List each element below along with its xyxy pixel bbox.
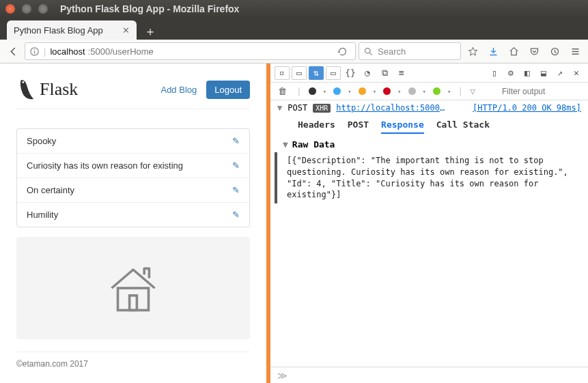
console-prompt[interactable]: ≫ <box>270 367 588 383</box>
svg-rect-8 <box>130 296 137 311</box>
tab-close-icon[interactable]: ✕ <box>122 25 130 36</box>
posts-list: Spooky ✎ Curiosity has its own reason fo… <box>16 128 250 227</box>
browser-toolbar: | localhost:5000/userHome Search <box>0 40 588 63</box>
list-item[interactable]: On certainty ✎ <box>17 178 249 203</box>
menu-icon[interactable] <box>566 42 584 60</box>
edit-icon[interactable]: ✎ <box>232 210 240 220</box>
footer-text: ©etaman.com 2017 <box>16 352 250 369</box>
console-prompt-icon: ≫ <box>277 370 288 381</box>
reload-button[interactable] <box>333 42 351 60</box>
list-item[interactable]: Spooky ✎ <box>17 129 249 154</box>
post-title: Humility <box>27 210 58 220</box>
post-title: Curiosity has its own reason for existin… <box>27 160 183 171</box>
svg-point-3 <box>365 48 371 53</box>
window-maximize-button[interactable] <box>38 4 48 14</box>
tab-callstack[interactable]: Call Stack <box>436 119 490 134</box>
svg-point-6 <box>22 81 24 83</box>
svg-rect-7 <box>118 288 149 310</box>
filter-dot-js[interactable] <box>383 87 391 95</box>
filter-dot-images[interactable] <box>433 87 440 95</box>
tab-strip: Python Flask Blog App ✕ ＋ <box>0 18 588 40</box>
brand: Flask <box>16 77 78 102</box>
new-tab-button[interactable]: ＋ <box>141 23 160 40</box>
filter-icon: ▽ <box>470 86 475 96</box>
tab-headers[interactable]: Headers <box>298 119 335 134</box>
request-url[interactable]: http://localhost:5000/g… <box>336 103 445 113</box>
window-titlebar: Python Flask Blog App - Mozilla Firefox <box>0 0 588 18</box>
popout-icon[interactable]: ↗ <box>552 66 568 80</box>
filter-dot-xhr[interactable] <box>408 87 416 95</box>
add-blog-link[interactable]: Add Blog <box>160 85 197 95</box>
style-tool-icon[interactable]: {} <box>343 66 358 80</box>
debugger-tool-icon[interactable]: ▭ <box>326 66 341 80</box>
network-tool-icon[interactable]: ⇅ <box>309 66 324 80</box>
house-icon <box>102 257 164 319</box>
dock-side-icon[interactable]: ◧ <box>520 66 535 80</box>
window-close-button[interactable] <box>5 4 15 14</box>
post-title: Spooky <box>27 136 56 146</box>
options-icon[interactable]: ⚙ <box>503 66 518 80</box>
filter-dot-html[interactable] <box>333 87 341 95</box>
console-tool-icon[interactable]: ▭ <box>292 66 307 80</box>
info-icon <box>29 46 40 57</box>
downloads-icon[interactable] <box>484 42 502 60</box>
home-icon[interactable] <box>505 42 522 60</box>
page-viewport: Flask Add Blog Logout Spooky ✎ Curiosity… <box>0 63 266 383</box>
more-tool-icon[interactable]: ≡ <box>394 66 409 80</box>
bookmark-star-icon[interactable] <box>464 42 481 60</box>
url-path: :5000/userHome <box>88 46 154 57</box>
request-method: POST <box>288 103 307 113</box>
response-body: [{"Description": "The important thing is… <box>275 152 588 203</box>
collapse-arrow-icon[interactable]: ▼ <box>277 103 282 113</box>
memory-tool-icon[interactable]: ⧉ <box>377 66 392 80</box>
pocket-icon[interactable] <box>525 42 543 60</box>
collapse-arrow-icon[interactable]: ▼ <box>283 139 288 150</box>
tab-post[interactable]: POST <box>348 119 369 134</box>
trash-icon[interactable]: 🗑 <box>275 85 290 98</box>
response-tabs: Headers POST Response Call Stack <box>270 115 588 134</box>
tab-response[interactable]: Response <box>381 119 424 134</box>
back-button[interactable] <box>4 42 22 60</box>
responsive-mode-icon[interactable]: ▯ <box>487 66 502 80</box>
raw-data-header[interactable]: ▼ Raw Data <box>270 134 588 152</box>
performance-tool-icon[interactable]: ◔ <box>360 66 375 80</box>
browser-tab[interactable]: Python Flask Blog App ✕ <box>7 20 137 40</box>
window-minimize-button[interactable] <box>22 4 31 14</box>
svg-rect-1 <box>34 51 35 53</box>
xhr-badge: XHR <box>313 104 331 113</box>
history-icon[interactable] <box>546 42 563 60</box>
close-devtools-icon[interactable]: ✕ <box>569 66 584 80</box>
raw-data-label: Raw Data <box>292 139 335 150</box>
edit-icon[interactable]: ✎ <box>232 160 240 171</box>
svg-rect-2 <box>34 48 35 49</box>
svg-line-4 <box>369 53 372 55</box>
edit-icon[interactable]: ✎ <box>232 185 240 195</box>
search-placeholder: Search <box>378 46 406 57</box>
devtools-panel: ▫ ▭ ⇅ ▭ {} ◔ ⧉ ≡ ▯ ⚙ ◧ ⬓ ↗ ✕ 🗑 | ▾ ▾ ▾ ▾… <box>270 63 588 383</box>
window-title: Python Flask Blog App - Mozilla Firefox <box>60 3 239 14</box>
devtools-filter-row: 🗑 | ▾ ▾ ▾ ▾ ▾ ▾ | ▽ <box>270 83 588 100</box>
post-title: On certainty <box>27 185 74 195</box>
filter-dot-all[interactable] <box>309 87 316 95</box>
dock-bottom-icon[interactable]: ⬓ <box>536 66 551 80</box>
url-host: localhost <box>50 46 85 57</box>
brand-name: Flask <box>40 79 78 100</box>
list-item[interactable]: Humility ✎ <box>17 203 249 227</box>
request-summary[interactable]: ▼ POST XHR http://localhost:5000/g… [HTT… <box>270 100 588 115</box>
flask-logo-icon <box>16 77 36 102</box>
logout-button[interactable]: Logout <box>206 81 250 99</box>
list-item[interactable]: Curiosity has its own reason for existin… <box>17 154 249 178</box>
edit-icon[interactable]: ✎ <box>232 136 240 146</box>
search-icon <box>363 46 374 57</box>
placeholder-card <box>16 237 250 339</box>
filter-dot-css[interactable] <box>359 87 366 95</box>
filter-output-input[interactable] <box>502 87 584 96</box>
search-bar[interactable]: Search <box>359 42 461 60</box>
tab-title: Python Flask Blog App <box>14 25 103 36</box>
inspector-tool-icon[interactable]: ▫ <box>275 66 290 80</box>
request-status[interactable]: [HTTP/1.0 200 OK 98ms] <box>473 103 581 113</box>
devtools-toolbar: ▫ ▭ ⇅ ▭ {} ◔ ⧉ ≡ ▯ ⚙ ◧ ⬓ ↗ ✕ <box>270 63 588 83</box>
url-bar[interactable]: | localhost:5000/userHome <box>25 42 356 60</box>
